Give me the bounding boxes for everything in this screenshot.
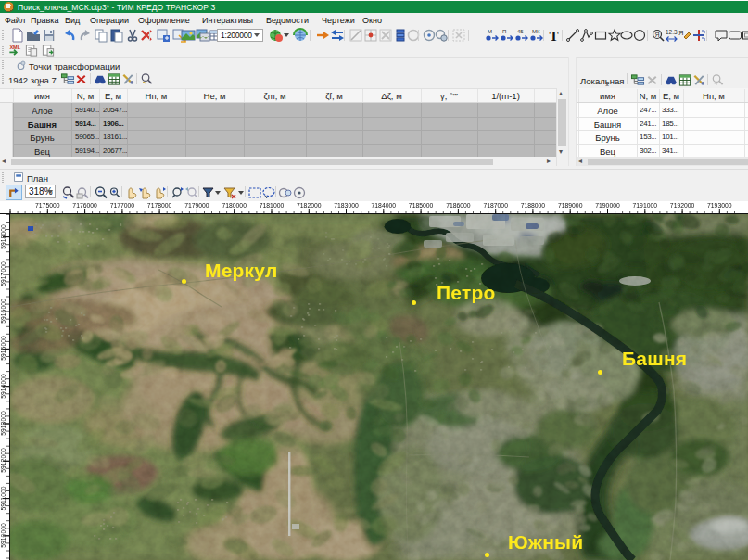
svg-text:Я: Я — [678, 29, 683, 37]
svg-text:МК: МК — [532, 29, 540, 34]
svg-text:12.3: 12.3 — [666, 29, 678, 35]
svg-text:T: T — [550, 29, 559, 44]
svg-text:45: 45 — [517, 29, 524, 34]
svg-text:M: M — [488, 29, 492, 34]
svg-text:Я: Я — [655, 32, 660, 38]
svg-text:П: П — [502, 29, 506, 34]
svg-text:XML: XML — [9, 45, 20, 50]
